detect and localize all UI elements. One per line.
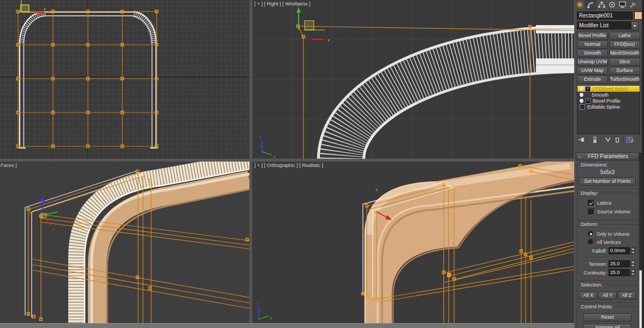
modifier-button-turbosmooth[interactable]: TurboSmooth bbox=[609, 75, 640, 84]
reset-button[interactable]: Reset bbox=[583, 313, 631, 321]
modifier-button-uvw-map[interactable]: UVW Map bbox=[577, 67, 608, 75]
configure-modifier-sets-icon[interactable] bbox=[625, 136, 635, 144]
viewport-right-label[interactable]: [ + ] [ Right ] [ Wireframe ] bbox=[254, 1, 311, 7]
object-name-field[interactable]: Rectangle001 bbox=[577, 11, 633, 20]
stack-item-smooth[interactable]: Smooth bbox=[577, 92, 640, 98]
modifier-enabled-bulb-icon[interactable] bbox=[580, 87, 583, 91]
modifier-button-set: Bevel Profile Lathe Normal FFD(box) Smoo… bbox=[577, 32, 640, 83]
viewport-orthographic-label[interactable]: [ + ] [ Orthographic ] [ Realistic ] bbox=[254, 163, 323, 168]
stack-item-bevel-profile[interactable]: + Bevel Profile bbox=[577, 98, 640, 104]
command-panel-tabs bbox=[575, 0, 642, 10]
stack-toolbar bbox=[577, 135, 641, 144]
viewport-orthographic[interactable]: z z y [ + ] [ Orthographic ] [ Realistic… bbox=[252, 162, 574, 323]
motion-tab-icon[interactable] bbox=[607, 1, 617, 9]
show-end-result-icon[interactable] bbox=[590, 136, 599, 144]
make-unique-icon[interactable] bbox=[603, 136, 612, 144]
modifier-button-lathe[interactable]: Lathe bbox=[609, 32, 640, 40]
stack-item-ffd-box[interactable]: + FFD(box) 5x5x3 bbox=[577, 86, 640, 92]
modifier-enabled-bulb-icon[interactable] bbox=[580, 99, 583, 103]
modifier-button-slice[interactable]: Slice bbox=[609, 58, 640, 66]
falloff-label: Falloff: bbox=[592, 248, 607, 254]
object-color-swatch[interactable] bbox=[634, 11, 642, 20]
rollout-title: FFD Parameters bbox=[583, 153, 633, 159]
display-tab-icon[interactable] bbox=[617, 1, 628, 9]
only-in-volume-radio-row[interactable]: Only In Volume bbox=[588, 231, 636, 237]
continuity-input[interactable]: 25.0 bbox=[609, 269, 630, 276]
modifier-button-normal[interactable]: Normal bbox=[577, 40, 608, 49]
animate-all-button[interactable]: Animate All bbox=[583, 324, 631, 328]
continuity-label: Continuity: bbox=[583, 270, 607, 276]
viewport-top[interactable]: x bbox=[0, 0, 249, 159]
viewport-right[interactable]: y x z y [ + ] [ Right ] [ Wireframe ] bbox=[252, 0, 574, 159]
hierarchy-tab-icon[interactable] bbox=[597, 1, 607, 9]
all-vertices-radio[interactable] bbox=[588, 239, 594, 245]
modifier-button-smooth[interactable]: Smooth bbox=[577, 49, 608, 57]
source-volume-label: Source Volume bbox=[597, 209, 630, 214]
dimensions-value: 5x5x3 bbox=[579, 169, 636, 175]
modifier-button-surface[interactable]: Surface bbox=[609, 67, 640, 75]
modifier-button-unwrap-uvw[interactable]: Unwrap UVW bbox=[577, 58, 608, 66]
falloff-spinner[interactable] bbox=[630, 247, 635, 254]
source-volume-checkbox-row[interactable]: Source Volume bbox=[588, 208, 636, 215]
ffd-parameters-rollout: - FFD Parameters Dimensions: 5x5x3 Set N… bbox=[576, 152, 639, 328]
modifier-enabled-bulb-icon[interactable] bbox=[580, 93, 583, 97]
stack-item-label: FFD(box) 5x5x3 bbox=[593, 86, 628, 92]
modifier-stack: + FFD(box) 5x5x3 Smooth + Bevel Profile … bbox=[577, 85, 640, 134]
stack-item-editable-spline[interactable]: Editable Spline bbox=[577, 104, 640, 110]
collapse-icon[interactable]: - bbox=[576, 153, 583, 159]
modifier-button-meshsmooth[interactable]: MeshSmooth bbox=[609, 49, 640, 57]
shaded-arch-object[interactable] bbox=[69, 162, 249, 323]
modifier-list-dropdown[interactable]: Modifier List bbox=[577, 21, 631, 29]
stack-item-label: Bevel Profile bbox=[593, 98, 621, 104]
dimensions-group: Dimensions: 5x5x3 Set Number of Points bbox=[577, 165, 638, 189]
falloff-input[interactable]: 0.0mm bbox=[609, 247, 630, 254]
wireframe-sweep-object[interactable] bbox=[318, 25, 574, 159]
set-number-of-points-button[interactable]: Set Number of Points bbox=[579, 177, 636, 186]
spline-gizmo: x bbox=[21, 0, 46, 14]
all-x-button[interactable]: All X bbox=[579, 291, 597, 300]
lattice-checkbox-row[interactable]: Lattice bbox=[588, 200, 636, 206]
deform-group-label: Deform: bbox=[579, 222, 600, 227]
continuity-spinner[interactable] bbox=[630, 269, 635, 276]
only-in-volume-radio[interactable] bbox=[588, 231, 594, 237]
transform-gizmo[interactable]: y x bbox=[296, 2, 330, 43]
all-vertices-radio-row[interactable]: All Vertices bbox=[588, 239, 636, 245]
source-volume-checkbox[interactable] bbox=[588, 208, 594, 215]
world-origin-axes bbox=[0, 0, 249, 159]
utilities-tab-icon[interactable] bbox=[628, 1, 638, 9]
remove-modifier-icon[interactable] bbox=[612, 136, 622, 144]
dimensions-group-label: Dimensions: bbox=[579, 162, 610, 168]
toolbar-separator bbox=[623, 136, 624, 143]
expand-plus-icon[interactable]: + bbox=[585, 98, 591, 104]
expand-plus-icon[interactable]: + bbox=[585, 86, 591, 92]
command-panel: Rectangle001 Modifier List Bevel Profile… bbox=[574, 0, 644, 328]
spinner-down-icon[interactable] bbox=[630, 251, 635, 255]
all-z-button[interactable]: All Z bbox=[618, 291, 636, 300]
modify-tab-icon[interactable] bbox=[585, 0, 597, 9]
panel-edge-strip bbox=[642, 0, 644, 328]
spinner-down-icon[interactable] bbox=[630, 273, 635, 277]
tension-spinner-row: Tension: 25.0 bbox=[580, 260, 635, 267]
pin-stack-icon[interactable] bbox=[577, 136, 586, 144]
lattice-label: Lattice bbox=[597, 200, 612, 206]
tension-input[interactable]: 25.0 bbox=[609, 260, 630, 267]
modifier-list-arrow[interactable] bbox=[631, 21, 639, 31]
x-axis-label: x bbox=[52, 226, 54, 231]
rollout-header[interactable]: - FFD Parameters bbox=[576, 152, 639, 160]
viewport-axis-tripod: z y bbox=[257, 301, 272, 320]
lattice-checkbox[interactable] bbox=[588, 200, 594, 206]
viewport-left-shaded[interactable]: z x Faces ] bbox=[0, 162, 249, 323]
all-y-button[interactable]: All Y bbox=[598, 291, 616, 300]
modifier-button-extrude[interactable]: Extrude bbox=[577, 75, 608, 84]
tension-spinner[interactable] bbox=[630, 260, 635, 267]
selection-buttons: All X All Y All Z bbox=[579, 291, 636, 300]
continuity-spinner-row: Continuity: 25.0 bbox=[580, 269, 635, 276]
create-tab-icon[interactable] bbox=[575, 1, 585, 9]
group-divider bbox=[580, 257, 635, 258]
selection-group: Selection: All X All Y All Z bbox=[577, 285, 638, 302]
toolbar-separator bbox=[601, 136, 601, 143]
spinner-down-icon[interactable] bbox=[630, 264, 635, 268]
modifier-button-ffd-box[interactable]: FFD(box) bbox=[609, 40, 640, 49]
viewport-left-label[interactable]: Faces ] bbox=[1, 163, 17, 168]
modifier-button-bevel-profile[interactable]: Bevel Profile bbox=[577, 32, 608, 40]
